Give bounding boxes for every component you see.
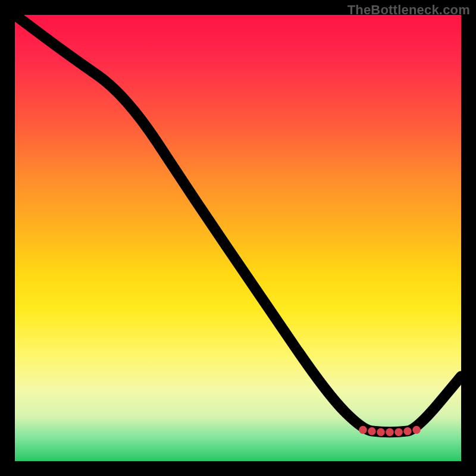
optimal-marker bbox=[377, 428, 385, 437]
optimal-marker bbox=[394, 428, 403, 437]
optimal-marker bbox=[403, 427, 412, 436]
optimal-marker bbox=[359, 426, 367, 434]
chart-frame: TheBottleneck.com bbox=[0, 0, 476, 476]
optimal-marker bbox=[386, 428, 394, 437]
optimal-marker bbox=[412, 426, 421, 434]
curve-line bbox=[15, 15, 461, 432]
chart-plot-area bbox=[15, 15, 461, 461]
optimal-marker bbox=[368, 427, 376, 436]
chart-svg bbox=[15, 15, 461, 461]
